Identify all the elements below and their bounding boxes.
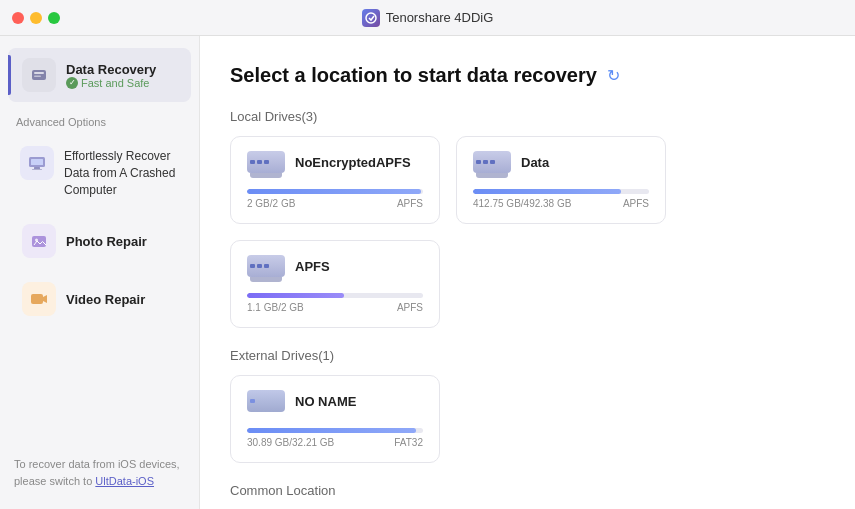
data-recovery-label: Data Recovery [66, 62, 156, 77]
drive-card-inner-1: Data [473, 151, 649, 179]
progress-bar-wrap-1 [473, 189, 649, 194]
local-drives-label: Local Drives(3) [230, 109, 825, 124]
drive-led-8 [264, 264, 269, 268]
titlebar: Tenorshare 4DDiG [0, 0, 855, 36]
crashed-computer-icon [20, 146, 54, 180]
drive-meta-1: 412.75 GB/492.38 GB APFS [473, 198, 649, 209]
svg-rect-5 [31, 159, 43, 165]
refresh-icon[interactable]: ↻ [607, 66, 620, 85]
ext-drive-used-0: 30.89 GB/32.21 GB [247, 437, 334, 448]
sidebar-bottom-text: To recover data from iOS devices, please… [0, 446, 199, 499]
drive-body-1 [473, 151, 511, 173]
progress-bar-wrap-2 [247, 293, 423, 298]
ext-drive-name-0: NO NAME [295, 394, 423, 409]
drive-icon-0 [247, 151, 285, 179]
drive-used-0: 2 GB/2 GB [247, 198, 295, 209]
drive-card-1[interactable]: Data 412.75 GB/492.38 GB APFS [456, 136, 666, 224]
svg-rect-2 [34, 72, 44, 74]
ext-progress-bar-wrap-0 [247, 428, 423, 433]
drive-used-2: 1.1 GB/2 GB [247, 302, 304, 313]
progress-bar-fill-2 [247, 293, 344, 298]
drive-led-4 [483, 160, 488, 164]
drive-card-inner-0: NoEncryptedAPFS [247, 151, 423, 179]
maximize-button[interactable] [48, 12, 60, 24]
drive-name-1: Data [521, 155, 649, 170]
drive-led-5 [490, 160, 495, 164]
drive-meta-0: 2 GB/2 GB APFS [247, 198, 423, 209]
drive-meta-2: 1.1 GB/2 GB APFS [247, 302, 423, 313]
svg-point-0 [366, 13, 376, 23]
sidebar-item-video-repair[interactable]: Video Repair [8, 272, 191, 326]
close-button[interactable] [12, 12, 24, 24]
drive-info-0: NoEncryptedAPFS [295, 155, 423, 176]
drive-led-1 [257, 160, 262, 164]
advanced-options-label: Advanced Options [0, 104, 199, 132]
page-title: Select a location to start data recovery [230, 64, 597, 87]
progress-bar-wrap-0 [247, 189, 423, 194]
drive-led-row-2 [250, 264, 269, 268]
svg-rect-6 [34, 167, 40, 169]
drive-body-2 [247, 255, 285, 277]
data-recovery-text: Data Recovery ✓ Fast and Safe [66, 62, 156, 89]
external-drive-card-0[interactable]: NO NAME 30.89 GB/32.21 GB FAT32 [230, 375, 440, 463]
drive-info-1: Data [521, 155, 649, 176]
video-repair-icon [22, 282, 56, 316]
drive-icon-2 [247, 255, 285, 283]
drive-name-2: APFS [295, 259, 423, 274]
app-logo-icon [362, 9, 380, 27]
sidebar-item-photo-repair[interactable]: Photo Repair [8, 214, 191, 268]
drive-name-0: NoEncryptedAPFS [295, 155, 423, 170]
drive-card-2[interactable]: APFS 1.1 GB/2 GB APFS [230, 240, 440, 328]
drive-icon-1 [473, 151, 511, 179]
data-recovery-sub: ✓ Fast and Safe [66, 77, 156, 89]
progress-bar-fill-1 [473, 189, 621, 194]
drive-led-3 [476, 160, 481, 164]
svg-rect-1 [32, 70, 46, 80]
ext-drive-card-inner-0: NO NAME [247, 390, 423, 418]
svg-rect-7 [32, 169, 42, 170]
sidebar: Data Recovery ✓ Fast and Safe Advanced O… [0, 36, 200, 509]
ext-drive-meta-0: 30.89 GB/32.21 GB FAT32 [247, 437, 423, 448]
window-controls [12, 12, 60, 24]
photo-repair-label: Photo Repair [66, 234, 147, 249]
drive-card-inner-2: APFS [247, 255, 423, 283]
progress-bar-fill-0 [247, 189, 421, 194]
drive-used-1: 412.75 GB/492.38 GB [473, 198, 571, 209]
drive-led-row-1 [476, 160, 495, 164]
photo-repair-icon [22, 224, 56, 258]
external-drives-grid: NO NAME 30.89 GB/32.21 GB FAT32 [230, 375, 825, 463]
drive-led-7 [257, 264, 262, 268]
main-content: Select a location to start data recovery… [200, 36, 855, 509]
check-icon: ✓ [66, 77, 78, 89]
drive-fs-2: APFS [397, 302, 423, 313]
external-drives-label: External Drives(1) [230, 348, 825, 363]
app-title: Tenorshare 4DDiG [362, 9, 494, 27]
sidebar-item-crashed-computer[interactable]: Effortlessly Recover Data from A Crashed… [8, 136, 191, 208]
minimize-button[interactable] [30, 12, 42, 24]
drive-info-2: APFS [295, 259, 423, 280]
drive-led-2 [264, 160, 269, 164]
local-drives-grid: NoEncryptedAPFS 2 GB/2 GB APFS [230, 136, 825, 328]
svg-rect-8 [32, 236, 46, 247]
crashed-computer-label: Effortlessly Recover Data from A Crashed… [64, 146, 179, 198]
ultdata-link[interactable]: UltData-iOS [95, 475, 154, 487]
common-location-label: Common Location [230, 483, 825, 498]
drive-led-row-0 [250, 160, 269, 164]
sidebar-item-data-recovery[interactable]: Data Recovery ✓ Fast and Safe [8, 48, 191, 102]
drive-body-0 [247, 151, 285, 173]
drive-led-0 [250, 160, 255, 164]
ext-drive-info-0: NO NAME [295, 394, 423, 415]
ext-drive-icon-0 [247, 390, 285, 418]
data-recovery-icon [22, 58, 56, 92]
app-name-label: Tenorshare 4DDiG [386, 10, 494, 25]
page-header: Select a location to start data recovery… [230, 64, 825, 87]
drive-card-0[interactable]: NoEncryptedAPFS 2 GB/2 GB APFS [230, 136, 440, 224]
video-repair-label: Video Repair [66, 292, 145, 307]
app-body: Data Recovery ✓ Fast and Safe Advanced O… [0, 36, 855, 509]
drive-led-6 [250, 264, 255, 268]
svg-rect-3 [34, 76, 41, 78]
ext-progress-bar-fill-0 [247, 428, 416, 433]
drive-fs-1: APFS [623, 198, 649, 209]
drive-fs-0: APFS [397, 198, 423, 209]
ext-drive-fs-0: FAT32 [394, 437, 423, 448]
